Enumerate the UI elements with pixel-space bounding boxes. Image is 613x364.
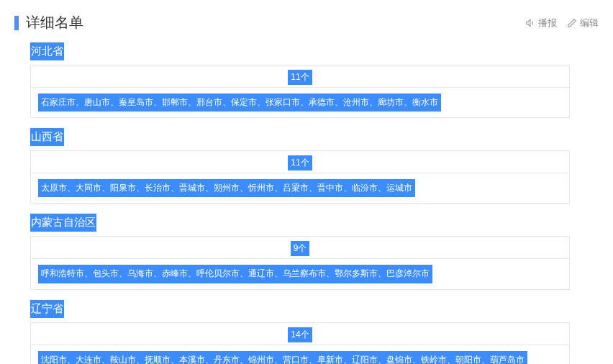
content-area: 河北省 11个 石家庄市、唐山市、秦皇岛市、邯郸市、邢台市、保定市、张家口市、承… xyxy=(14,42,599,364)
cities-row: 沈阳市、大连市、鞍山市、抚顺市、本溪市、丹东市、锦州市、营口市、阜新市、辽阳市、… xyxy=(31,345,569,364)
province-box: 9个 呼和浩特市、包头市、乌海市、赤峰市、呼伦贝尔市、通辽市、乌兰察布市、鄂尔多… xyxy=(30,236,570,289)
province-name: 河北省 xyxy=(30,42,64,60)
province-section: 辽宁省 14个 沈阳市、大连市、鞍山市、抚顺市、本溪市、丹东市、锦州市、营口市、… xyxy=(30,300,599,364)
province-name: 内蒙古自治区 xyxy=(30,214,96,232)
cities-row: 石家庄市、唐山市、秦皇岛市、邯郸市、邢台市、保定市、张家口市、承德市、沧州市、廊… xyxy=(31,88,569,117)
pencil-icon xyxy=(567,18,577,28)
count-row: 11个 xyxy=(31,151,569,173)
province-name: 山西省 xyxy=(30,128,64,146)
city-count: 11个 xyxy=(288,70,312,85)
header-actions: 播报 编辑 xyxy=(525,17,599,29)
city-count: 9个 xyxy=(291,241,310,256)
speaker-icon xyxy=(525,18,535,28)
city-list: 呼和浩特市、包头市、乌海市、赤峰市、呼伦贝尔市、通辽市、乌兰察布市、鄂尔多斯市、… xyxy=(38,265,432,283)
city-count: 14个 xyxy=(288,327,312,342)
province-box: 14个 沈阳市、大连市、鞍山市、抚顺市、本溪市、丹东市、锦州市、营口市、阜新市、… xyxy=(30,322,570,364)
province-box: 11个 太原市、大同市、阳泉市、长治市、晋城市、朔州市、忻州市、吕梁市、晋中市、… xyxy=(30,150,570,204)
cities-row: 太原市、大同市、阳泉市、长治市、晋城市、朔州市、忻州市、吕梁市、晋中市、临汾市、… xyxy=(31,173,569,203)
page-title: 详细名单 xyxy=(26,13,83,32)
province-section: 河北省 11个 石家庄市、唐山市、秦皇岛市、邯郸市、邢台市、保定市、张家口市、承… xyxy=(30,42,599,118)
broadcast-label: 播报 xyxy=(538,17,557,29)
count-row: 11个 xyxy=(31,65,569,88)
city-list: 沈阳市、大连市、鞍山市、抚顺市、本溪市、丹东市、锦州市、营口市、阜新市、辽阳市、… xyxy=(38,351,527,364)
city-count: 11个 xyxy=(288,155,312,170)
page-header: 详细名单 播报 编辑 xyxy=(14,13,599,32)
province-section: 内蒙古自治区 9个 呼和浩特市、包头市、乌海市、赤峰市、呼伦贝尔市、通辽市、乌兰… xyxy=(30,214,599,289)
province-name: 辽宁省 xyxy=(30,300,64,318)
city-list: 石家庄市、唐山市、秦皇岛市、邯郸市、邢台市、保定市、张家口市、承德市、沧州市、廊… xyxy=(38,94,441,112)
broadcast-button[interactable]: 播报 xyxy=(525,17,557,29)
cities-row: 呼和浩特市、包头市、乌海市、赤峰市、呼伦贝尔市、通辽市、乌兰察布市、鄂尔多斯市、… xyxy=(31,259,569,288)
city-list: 太原市、大同市、阳泉市、长治市、晋城市、朔州市、忻州市、吕梁市、晋中市、临汾市、… xyxy=(38,179,415,197)
edit-label: 编辑 xyxy=(580,17,599,29)
edit-button[interactable]: 编辑 xyxy=(567,17,599,29)
province-box: 11个 石家庄市、唐山市、秦皇岛市、邯郸市、邢台市、保定市、张家口市、承德市、沧… xyxy=(30,65,570,118)
province-section: 山西省 11个 太原市、大同市、阳泉市、长治市、晋城市、朔州市、忻州市、吕梁市、… xyxy=(30,128,599,204)
title-accent-bar xyxy=(14,16,19,30)
count-row: 14个 xyxy=(31,323,569,345)
count-row: 9个 xyxy=(31,237,569,259)
